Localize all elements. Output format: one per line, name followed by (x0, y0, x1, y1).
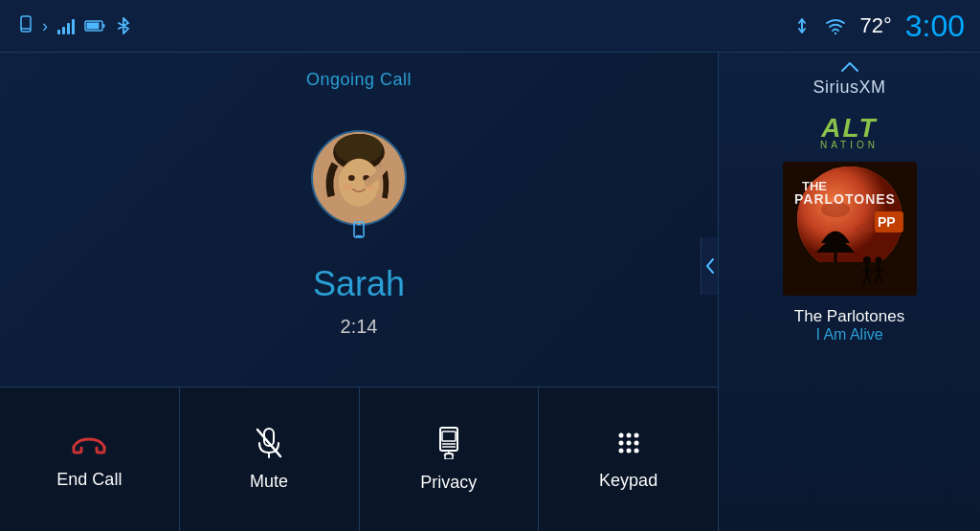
end-call-label: End Call (56, 470, 122, 490)
svg-point-30 (618, 440, 623, 445)
phone-indicator-icon (349, 221, 368, 247)
mute-icon (256, 428, 282, 458)
artist-name: The Parlotones (794, 307, 904, 326)
status-right-icons: 72° 3:00 (648, 9, 965, 44)
phone-device-icon (15, 15, 36, 36)
svg-rect-41 (783, 262, 917, 296)
collapse-sidebar-button[interactable] (701, 237, 718, 295)
svg-point-27 (618, 432, 623, 437)
end-call-icon (70, 430, 108, 456)
status-left-icons: › (15, 15, 332, 36)
svg-point-34 (626, 448, 631, 453)
bluetooth-icon (115, 16, 132, 35)
temperature-display: 72° (859, 13, 891, 38)
svg-point-40 (855, 224, 874, 233)
nation-text: NATION (820, 140, 879, 150)
wifi-icon (825, 17, 846, 34)
svg-rect-4 (103, 24, 105, 28)
svg-rect-3 (87, 23, 100, 30)
signal-bars-icon (57, 17, 75, 34)
action-buttons-row: End Call Mute (0, 387, 718, 531)
avatar-container (311, 130, 407, 226)
status-bar: › 72° (0, 0, 980, 53)
svg-point-32 (634, 440, 638, 445)
privacy-button[interactable]: Privacy (360, 387, 540, 531)
data-transfer-icon (792, 16, 812, 35)
svg-point-31 (626, 440, 631, 445)
svg-point-28 (626, 432, 631, 437)
svg-point-43 (863, 256, 871, 264)
keypad-label: Keypad (599, 471, 657, 491)
svg-point-49 (875, 257, 881, 264)
contact-name: Sarah (313, 264, 405, 304)
call-duration: 2:14 (341, 316, 378, 338)
privacy-label: Privacy (420, 473, 477, 493)
contact-section: Sarah 2:14 (311, 80, 407, 387)
svg-text:PP: PP (878, 214, 896, 230)
keypad-button[interactable]: Keypad (539, 387, 718, 531)
mute-button[interactable]: Mute (180, 387, 360, 531)
svg-text:PARLOTONES: PARLOTONES (794, 191, 896, 207)
privacy-icon (435, 427, 462, 459)
svg-point-12 (344, 184, 353, 189)
svg-point-29 (634, 432, 638, 437)
svg-point-35 (634, 448, 638, 453)
chevron-up-icon[interactable] (840, 60, 859, 76)
song-name: I Am Alive (815, 326, 882, 343)
album-art: THE PARLOTONES PP (783, 162, 917, 296)
album-art-svg: THE PARLOTONES PP (783, 162, 917, 296)
mute-label: Mute (250, 472, 288, 492)
avatar-image (313, 130, 405, 226)
alt-nation-logo: ALT NATION (820, 113, 879, 150)
end-call-button[interactable]: End Call (0, 387, 180, 531)
sidebar-header: SiriusXM (719, 53, 980, 101)
svg-point-10 (348, 175, 355, 181)
svg-point-5 (835, 33, 836, 34)
svg-point-33 (618, 448, 623, 453)
siriusxm-sidebar: SiriusXM ALT NATION (719, 53, 980, 531)
siriusxm-label: SiriusXM (813, 77, 885, 98)
battery-icon (84, 19, 105, 33)
chevron-right-icon: › (42, 16, 48, 36)
svg-rect-22 (442, 431, 456, 441)
svg-rect-16 (356, 235, 362, 237)
time-display: 3:00 (905, 9, 965, 44)
call-panel-container: Ongoing Call (0, 53, 718, 531)
keypad-icon (613, 429, 644, 457)
call-panel: Ongoing Call (0, 53, 718, 531)
avatar (311, 130, 407, 226)
svg-point-14 (380, 157, 392, 169)
svg-rect-17 (357, 224, 361, 225)
